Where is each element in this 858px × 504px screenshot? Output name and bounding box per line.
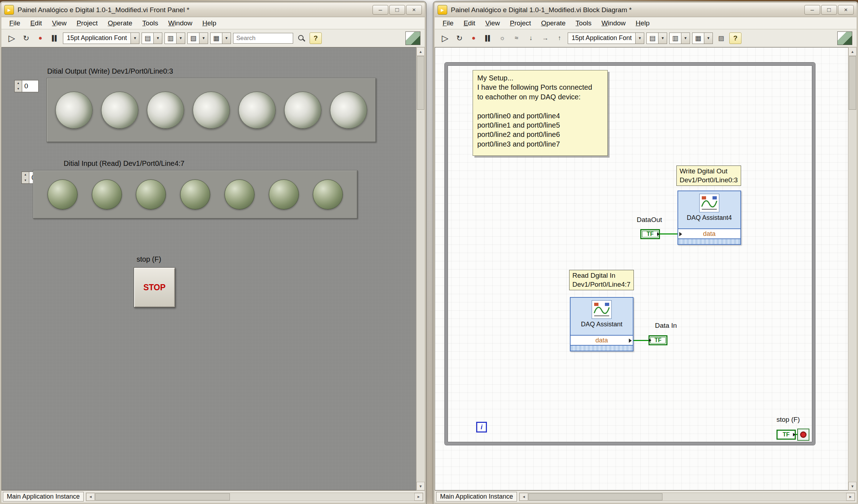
dataout-label[interactable]: DataOut (637, 216, 662, 224)
minimize-button[interactable]: – (373, 5, 388, 15)
digital-output-button[interactable] (284, 92, 321, 129)
spin-down-icon[interactable]: ▼ (15, 86, 22, 92)
menu-operate[interactable]: Operate (536, 18, 571, 28)
digital-output-button[interactable] (55, 92, 93, 129)
clean-up-diagram-button[interactable]: ▨ (715, 32, 727, 44)
run-button[interactable]: ▷ (439, 32, 451, 44)
block-diagram-titlebar[interactable]: ► Painel Analógico e Digital 1.0-1_Modif… (435, 3, 857, 17)
expand-handle[interactable] (678, 239, 740, 244)
digital-output-button[interactable] (101, 92, 138, 129)
menu-help[interactable]: Help (197, 18, 221, 28)
pause-button[interactable]: ▌▌ (49, 32, 61, 44)
scroll-track[interactable] (416, 110, 425, 482)
menu-window[interactable]: Window (596, 18, 631, 28)
horizontal-scroll-thumb[interactable] (95, 493, 230, 500)
block-diagram-canvas[interactable]: My Setup... I have the following Ports c… (435, 47, 857, 490)
digital-output-value[interactable]: 0 (22, 80, 39, 92)
step-out-button[interactable]: ↑ (553, 32, 566, 44)
minimize-button[interactable]: – (804, 5, 820, 15)
search-input[interactable] (236, 35, 290, 42)
menu-view[interactable]: View (480, 18, 505, 28)
menu-file[interactable]: File (4, 18, 25, 28)
align-dropdown-arrow[interactable]: ▼ (153, 33, 162, 44)
align-dropdown-arrow[interactable]: ▼ (658, 33, 667, 44)
vertical-scroll-thumb[interactable] (417, 56, 424, 110)
spin-down-icon[interactable]: ▼ (22, 178, 29, 183)
step-into-button[interactable]: ↓ (525, 32, 537, 44)
maximize-button[interactable]: □ (821, 5, 837, 15)
align-objects-dropdown[interactable]: ▤ ▼ (646, 33, 667, 44)
scroll-track[interactable] (663, 493, 846, 501)
app-instance-selector[interactable]: Main Application Instance (3, 492, 84, 501)
resize-dropdown-arrow[interactable]: ▼ (199, 33, 208, 44)
menu-tools[interactable]: Tools (137, 18, 163, 28)
digital-output-button[interactable] (330, 92, 367, 129)
horizontal-scrollbar[interactable]: ◄ ► (86, 493, 423, 501)
context-help-button[interactable]: ? (310, 33, 322, 44)
align-objects-dropdown[interactable]: ▤ ▼ (142, 33, 162, 44)
spin-up-icon[interactable]: ▲ (15, 80, 22, 86)
digital-output-button[interactable] (193, 92, 230, 129)
reorder-dropdown[interactable]: ▦ ▼ (692, 33, 713, 44)
scroll-left-button[interactable]: ◄ (519, 493, 528, 501)
menu-edit[interactable]: Edit (25, 18, 47, 28)
scroll-down-button[interactable]: ▼ (416, 482, 425, 490)
app-instance-selector[interactable]: Main Application Instance (436, 492, 517, 501)
font-selector[interactable]: 15pt Application Font ▼ (568, 33, 644, 44)
spin-up-icon[interactable]: ▲ (22, 172, 29, 178)
digital-output-button[interactable] (238, 92, 276, 129)
reorder-dropdown-arrow[interactable]: ▼ (704, 33, 712, 44)
stop-button[interactable]: STOP (134, 267, 175, 307)
close-button[interactable]: × (838, 5, 854, 15)
reorder-dropdown-arrow[interactable]: ▼ (222, 33, 231, 44)
vertical-scroll-thumb[interactable] (849, 56, 856, 110)
wire-datain[interactable] (633, 340, 649, 341)
distribute-objects-dropdown[interactable]: ▥ ▼ (669, 33, 690, 44)
menu-view[interactable]: View (47, 18, 72, 28)
font-selector[interactable]: 15pt Application Font ▼ (63, 33, 139, 44)
loop-condition-terminal[interactable] (797, 429, 809, 441)
scroll-up-button[interactable]: ▲ (416, 47, 425, 56)
stop-terminal-label[interactable]: stop (F) (776, 416, 800, 424)
expand-handle[interactable] (571, 346, 633, 351)
menu-help[interactable]: Help (631, 18, 655, 28)
daq-assistant4-node[interactable]: DAQ Assistant4 data (677, 191, 741, 245)
horizontal-scroll-thumb[interactable] (528, 493, 662, 500)
numeric-spinner[interactable]: ▲ ▼ (14, 80, 22, 92)
distribute-objects-dropdown[interactable]: ▥ ▼ (164, 33, 185, 44)
digital-output-numeric[interactable]: ▲ ▼ 0 (14, 80, 39, 92)
write-daq-label[interactable]: Write Dgital Out Dev1/Port0/Line0:3 (676, 165, 741, 186)
setup-comment[interactable]: My Setup... I have the following Ports c… (473, 70, 608, 156)
stop-terminal[interactable]: TF (776, 430, 796, 440)
front-panel-titlebar[interactable]: ► Painel Analógico e Digital 1.0-1_Modif… (1, 3, 425, 17)
daq-assistant-node[interactable]: DAQ Assistant data (570, 297, 633, 351)
horizontal-scrollbar[interactable]: ◄ ► (519, 493, 855, 501)
scroll-track[interactable] (230, 493, 414, 501)
close-button[interactable]: × (406, 5, 422, 15)
font-selector-dropdown[interactable]: ▼ (130, 33, 139, 44)
scroll-right-button[interactable]: ► (414, 493, 423, 501)
datain-terminal[interactable]: TF (649, 335, 667, 345)
digital-output-button[interactable] (147, 92, 184, 129)
search-button[interactable] (295, 32, 307, 44)
search-box[interactable] (233, 33, 293, 44)
dataout-terminal[interactable]: TF (640, 229, 660, 239)
distribute-dropdown-arrow[interactable]: ▼ (681, 33, 690, 44)
run-continuous-button[interactable]: ↻ (20, 32, 32, 44)
vertical-scrollbar[interactable]: ▲ ▼ (416, 47, 425, 490)
scroll-track[interactable] (848, 110, 857, 482)
abort-button[interactable]: ● (34, 32, 46, 44)
maximize-button[interactable]: □ (389, 5, 405, 15)
resize-objects-dropdown[interactable]: ▧ ▼ (187, 33, 208, 44)
menu-file[interactable]: File (438, 18, 459, 28)
menu-operate[interactable]: Operate (103, 18, 137, 28)
distribute-dropdown-arrow[interactable]: ▼ (176, 33, 185, 44)
daq-assistant4-data-port[interactable]: data (678, 228, 740, 239)
pause-button[interactable]: ▌▌ (482, 32, 494, 44)
run-continuous-button[interactable]: ↻ (453, 32, 465, 44)
vi-icon-button[interactable] (405, 31, 420, 45)
numeric-spinner[interactable]: ▲ ▼ (21, 172, 29, 184)
retain-wire-values-button[interactable]: ≈ (511, 32, 523, 44)
vi-icon-button[interactable] (837, 31, 852, 45)
scroll-right-button[interactable]: ► (846, 493, 855, 501)
